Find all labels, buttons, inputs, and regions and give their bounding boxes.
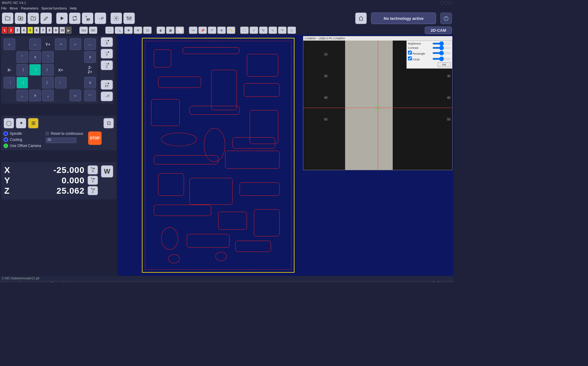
jog-yminus[interactable]: ∨ <box>29 90 41 101</box>
jog-xminus-fast[interactable]: 《 <box>16 77 28 88</box>
contrast-slider[interactable] <box>432 47 451 49</box>
jog-ne-corner[interactable]: ¬ <box>55 38 67 50</box>
tool-1[interactable]: 1 <box>2 27 7 34</box>
brightness-slider[interactable] <box>432 43 451 45</box>
feed-g0[interactable]: G0 <box>89 27 97 34</box>
stop-button[interactable]: STOP <box>88 131 102 145</box>
play-button[interactable] <box>56 13 68 24</box>
tool-5[interactable]: 5 <box>27 27 33 34</box>
jog-se[interactable]: ⌟ <box>42 90 54 101</box>
reload-folder-button[interactable] <box>27 13 39 24</box>
jog-center[interactable]: 《 <box>29 64 41 76</box>
graph-button[interactable]: 📈 <box>175 27 184 34</box>
undo-button[interactable]: ↶ <box>208 27 216 34</box>
tool-10[interactable]: 10 <box>60 27 65 34</box>
jog-ne[interactable]: ⌝ <box>42 51 54 63</box>
jog-xminus-slow[interactable]: 〈 <box>4 77 15 88</box>
probe-grid-button[interactable]: ⊞ <box>28 118 38 128</box>
jog-sw-corner[interactable]: ⌐ <box>70 38 81 50</box>
settings-gear-button[interactable] <box>110 13 122 24</box>
set-x-button[interactable]: ✎●X <box>88 165 98 174</box>
circle-slider[interactable] <box>432 58 451 60</box>
tool-6[interactable]: 6 <box>34 27 39 34</box>
zero-x-button[interactable]: →●X <box>101 37 113 47</box>
goto-xy-button[interactable]: XY <box>82 13 93 24</box>
zoom-button[interactable]: 🔍 <box>115 27 123 34</box>
workspace-button[interactable]: W <box>101 165 113 178</box>
jog-xminus[interactable]: 《 <box>16 64 28 76</box>
favorite-folder-button[interactable] <box>15 13 26 24</box>
transform-button[interactable]: ◇ <box>287 27 296 34</box>
grid-button[interactable]: ▦ <box>166 27 175 34</box>
ruler-button[interactable]: 📏 <box>227 27 235 34</box>
target-button[interactable]: ⊕ <box>217 27 226 34</box>
set-z-button[interactable]: ✎●Z <box>88 186 98 195</box>
tool-8[interactable]: 8 <box>47 27 52 34</box>
contrast-button[interactable]: ◐ <box>157 27 165 34</box>
jog-zplus-fast[interactable]: ﹀ <box>84 90 96 101</box>
camera-ok-button[interactable]: OK <box>438 62 451 67</box>
rectangle-slider[interactable] <box>432 52 451 54</box>
cam-button[interactable]: 2D-CAM <box>425 27 452 34</box>
open-folder-button[interactable] <box>2 13 13 24</box>
refresh-button[interactable] <box>69 13 81 24</box>
menu-file[interactable]: File <box>1 6 7 10</box>
redo-button[interactable]: ↷ <box>278 27 287 34</box>
jog-xplus[interactable]: 》 <box>42 64 54 76</box>
zero-xy-button[interactable]: →●XY <box>101 80 113 90</box>
close-icon[interactable] <box>448 1 452 5</box>
jog-zminus-fast[interactable]: ︿ <box>84 38 96 50</box>
tool-next[interactable]: ▶ <box>66 27 71 34</box>
jog-yplus-fast[interactable]: ︿ <box>29 38 41 50</box>
menu-move[interactable]: Move <box>10 6 18 10</box>
menu-special[interactable]: Special functions <box>41 6 67 10</box>
probe-circle-button[interactable]: ◯ <box>4 118 14 128</box>
jog-se-corner[interactable]: ⌙ <box>70 90 81 101</box>
power-button[interactable] <box>440 13 452 24</box>
circle-checkbox[interactable]: Circle <box>408 56 420 61</box>
canvas-view[interactable]: CAMERA - USB2.0 PC CAMERA Settings 20304… <box>117 35 454 276</box>
pin-button[interactable]: 📌 <box>198 27 207 34</box>
zoom-all-button[interactable]: ⤢ <box>250 27 258 34</box>
rectangle-checkbox[interactable]: Rectangle <box>408 51 425 55</box>
zero-z-button[interactable]: →●Z <box>101 60 113 70</box>
tool-9[interactable]: 9 <box>53 27 59 34</box>
jog-sw[interactable]: ⌞ <box>16 90 28 101</box>
probe-point-button[interactable]: ✦ <box>16 118 26 128</box>
menu-parameters[interactable]: Parameters <box>21 6 38 10</box>
feed-select[interactable]: 25 <box>46 138 76 143</box>
zero-y-button[interactable]: →●Y <box>101 49 113 59</box>
jog-nw-corner[interactable]: ⌐ <box>4 38 15 50</box>
home-button[interactable] <box>355 13 367 24</box>
edit-button[interactable] <box>40 13 52 24</box>
zoom-100-button[interactable]: ⤡ <box>269 27 277 34</box>
set-origin-button[interactable]: ⊡ <box>103 118 114 128</box>
jog-xplus-slow[interactable]: 〉 <box>55 77 67 88</box>
jog-nw[interactable]: ⌜ <box>16 51 28 63</box>
rotate-90-button[interactable]: ↻ <box>259 27 268 34</box>
tool-7[interactable]: 7 <box>40 27 46 34</box>
goto-p-axis-button[interactable]: →P <box>101 92 113 101</box>
tool-2[interactable]: 2 <box>8 27 14 34</box>
maximize-icon[interactable] <box>444 1 448 5</box>
fit-view-button[interactable]: ⛶ <box>105 27 114 34</box>
sliders-button[interactable] <box>123 13 135 24</box>
jog-zplus[interactable]: ∨ <box>84 77 96 88</box>
zoom-area-button[interactable]: ⛶ <box>240 27 249 34</box>
jog-yplus[interactable]: ∧ <box>29 51 41 63</box>
jog-xplus-fast[interactable]: 》 <box>42 77 54 88</box>
tool-4[interactable]: 4 <box>21 27 27 34</box>
tool-3[interactable]: 3 <box>15 27 20 34</box>
set-y-button[interactable]: ✎●Y <box>88 176 98 185</box>
jog-zminus[interactable]: ∧ <box>84 51 96 63</box>
goto-p-button[interactable]: →P <box>95 13 106 24</box>
reset-checkbox[interactable] <box>46 132 49 135</box>
camera-window[interactable]: CAMERA - USB2.0 PC CAMERA Settings 20304… <box>303 36 453 170</box>
minimize-icon[interactable] <box>440 1 443 5</box>
view-atom-button[interactable]: ✲ <box>134 27 142 34</box>
view-3d-button[interactable]: ◫ <box>143 27 152 34</box>
feed-1xx[interactable]: 1xx <box>79 27 88 34</box>
pan-button[interactable]: ✥ <box>124 27 133 34</box>
menu-help[interactable]: Help <box>70 6 77 10</box>
glasses-button[interactable]: 👓 <box>189 27 197 34</box>
